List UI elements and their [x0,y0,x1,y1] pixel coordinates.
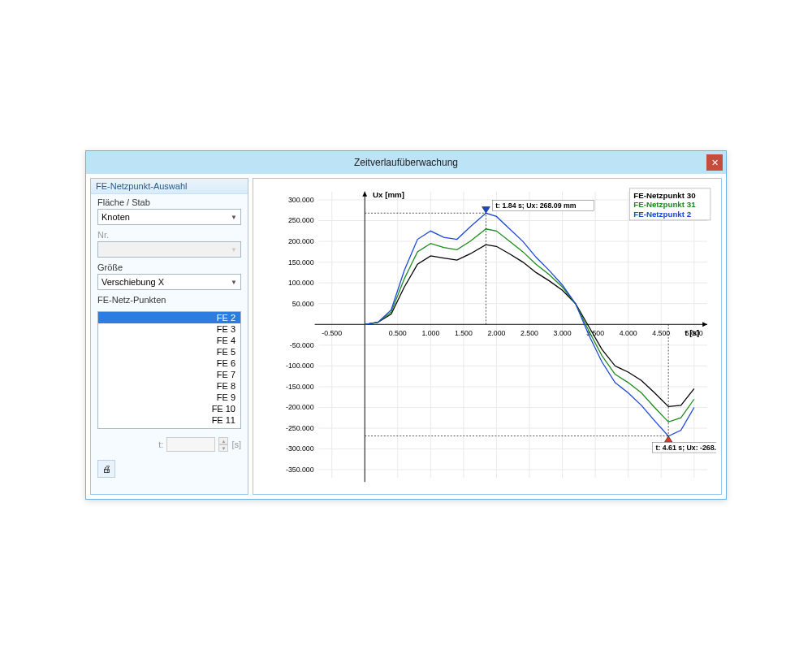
flaeche-label: Fläche / Stab [97,197,241,207]
dialog-window: Zeitverlaufüberwachung ✕ FE-Netzpunkt-Au… [85,150,727,500]
field-groesse: Größe Verschiebung X ▼ [91,259,248,292]
field-nr: Nr. ▼ [91,227,248,259]
groesse-label: Größe [97,262,241,272]
nr-label: Nr. [97,230,241,240]
svg-text:2.500: 2.500 [520,329,538,337]
svg-text:100.000: 100.000 [288,279,314,287]
svg-text:t: 1.84 s; Ux: 268.09 mm: t: 1.84 s; Ux: 268.09 mm [495,202,577,210]
titlebar[interactable]: Zeitverlaufüberwachung ✕ [86,151,726,174]
svg-text:150.000: 150.000 [288,258,314,266]
spin-up-icon: ▲ [218,437,228,444]
flaeche-select[interactable]: Knoten ▼ [97,209,241,225]
t-spinner: ▲ ▼ [218,437,228,452]
svg-text:4.500: 4.500 [652,329,670,337]
svg-text:-50.000: -50.000 [290,341,314,349]
t-input [166,437,215,452]
groesse-select[interactable]: Verschiebung X ▼ [97,274,241,290]
nr-select: ▼ [97,241,241,258]
svg-text:1.500: 1.500 [455,329,473,337]
list-item[interactable]: FE 2 [98,312,240,323]
svg-text:FE-Netzpunkt 30: FE-Netzpunkt 30 [633,191,696,200]
field-punkte: FE-Netz-Punkten [91,292,248,308]
svg-text:-250.000: -250.000 [286,424,314,432]
chevron-down-icon: ▼ [231,214,237,221]
svg-text:3.000: 3.000 [554,329,572,337]
svg-text:1.000: 1.000 [421,329,439,337]
list-item[interactable]: FE 7 [98,369,240,380]
list-item[interactable]: FE 10 [98,403,240,414]
svg-text:Ux [mm]: Ux [mm] [373,190,404,199]
print-button[interactable]: 🖨 [97,460,115,478]
content: FE-Netzpunkt-Auswahl Fläche / Stab Knote… [86,174,726,499]
window-title: Zeitverlaufüberwachung [354,157,458,168]
t-label: t: [158,440,163,449]
list-item[interactable]: FE 11 [98,414,240,426]
close-button[interactable]: ✕ [706,154,723,171]
svg-text:-200.000: -200.000 [286,403,314,411]
list-item[interactable]: FE 5 [98,346,240,358]
svg-text:t [s]: t [s] [685,328,699,337]
print-row: 🖨 [91,457,248,481]
chart-svg: -350.000-300.000-250.000-200.000-150.000… [258,184,716,489]
svg-text:200.000: 200.000 [288,237,314,245]
time-row: t: ▲ ▼ [s] [91,432,248,457]
svg-text:-350.000: -350.000 [286,466,314,474]
sidebar: FE-Netzpunkt-Auswahl Fläche / Stab Knote… [90,178,248,495]
svg-text:-0.500: -0.500 [322,329,342,337]
printer-icon: 🖨 [102,464,111,474]
svg-text:-300.000: -300.000 [286,444,314,453]
t-unit: [s] [231,440,241,449]
close-icon: ✕ [711,158,719,168]
list-item[interactable]: FE 12 [98,426,240,429]
flaeche-value: Knoten [102,212,130,222]
svg-text:4.000: 4.000 [620,329,637,337]
svg-text:250.000: 250.000 [288,216,314,224]
chevron-down-icon: ▼ [231,279,237,286]
groesse-value: Verschiebung X [102,277,164,287]
punkte-label: FE-Netz-Punkten [97,295,241,305]
svg-text:FE-Netzpunkt 2: FE-Netzpunkt 2 [633,210,692,219]
list-item[interactable]: FE 8 [98,380,240,392]
field-flaeche: Fläche / Stab Knoten ▼ [91,194,248,227]
svg-text:-150.000: -150.000 [286,383,314,391]
svg-text:t: 4.61 s; Ux: -268.66 mm: t: 4.61 s; Ux: -268.66 mm [656,444,716,452]
svg-text:300.000: 300.000 [288,196,314,204]
chevron-down-icon: ▼ [231,246,237,254]
svg-text:50.000: 50.000 [292,300,314,308]
chart-panel: -350.000-300.000-250.000-200.000-150.000… [253,178,722,495]
sidebar-section-title: FE-Netzpunkt-Auswahl [91,179,248,194]
list-item[interactable]: FE 9 [98,392,240,403]
chart-area[interactable]: -350.000-300.000-250.000-200.000-150.000… [258,184,716,489]
svg-text:2.000: 2.000 [487,329,505,337]
list-item[interactable]: FE 3 [98,323,240,335]
fe-points-listbox[interactable]: FE 2FE 3FE 4FE 5FE 6FE 7FE 8FE 9FE 10FE … [97,311,241,429]
list-item[interactable]: FE 6 [98,358,240,369]
spin-down-icon: ▼ [218,444,228,452]
list-item[interactable]: FE 4 [98,335,240,346]
svg-text:FE-Netzpunkt 31: FE-Netzpunkt 31 [633,200,696,209]
svg-text:-100.000: -100.000 [286,362,314,370]
svg-text:0.500: 0.500 [389,329,407,337]
